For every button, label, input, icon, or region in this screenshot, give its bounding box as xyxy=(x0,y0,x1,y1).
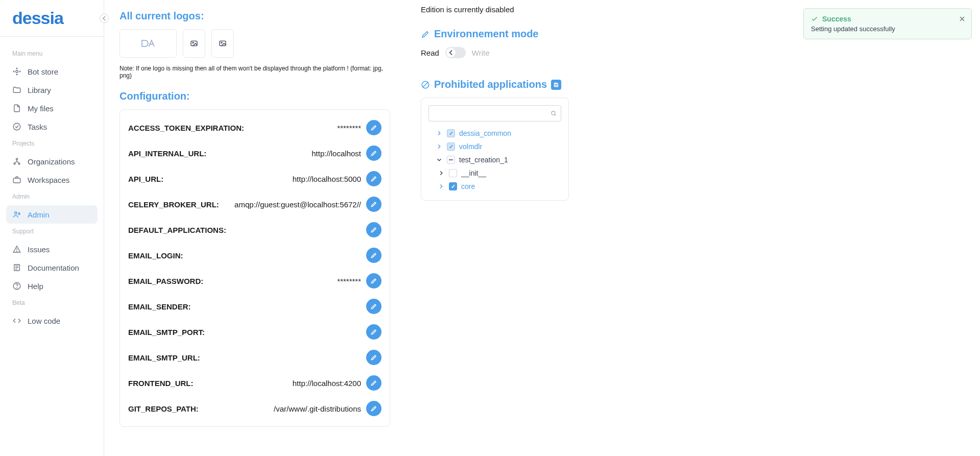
checkbox-dessia-common[interactable] xyxy=(447,129,455,137)
edit-button[interactable] xyxy=(366,171,381,186)
svg-rect-27 xyxy=(555,83,557,84)
tree-label[interactable]: dessia_common xyxy=(459,129,511,137)
toast-title: Success xyxy=(811,15,953,23)
chevron-right-icon[interactable] xyxy=(438,183,445,190)
chevron-right-icon[interactable] xyxy=(436,143,443,150)
image-placeholder-icon xyxy=(219,39,227,47)
svg-point-13 xyxy=(17,251,17,251)
logos-title: All current logos: xyxy=(119,10,390,22)
edit-button[interactable] xyxy=(366,401,381,416)
sidebar-item-admin[interactable]: Admin xyxy=(6,205,98,224)
config-row: FRONTEND_URL:http://localhost:4200 xyxy=(128,370,381,396)
sidebar-item-help[interactable]: Help xyxy=(6,277,98,295)
sidebar-item-label: Issues xyxy=(28,245,50,254)
config-key: CELERY_BROKER_URL: xyxy=(128,200,219,209)
edit-button[interactable] xyxy=(366,248,381,263)
config-key: API_URL: xyxy=(128,175,163,183)
sidebar: dessia Main menu Bot store Library My fi… xyxy=(0,0,104,456)
tree-label[interactable]: core xyxy=(461,182,475,190)
sidebar-item-issues[interactable]: Issues xyxy=(6,240,98,258)
edit-button[interactable] xyxy=(366,350,381,365)
config-row: CELERY_BROKER_URL:amqp://guest:guest@loc… xyxy=(128,191,381,217)
svg-point-8 xyxy=(18,163,20,164)
chevron-right-icon[interactable] xyxy=(438,170,445,177)
edit-button[interactable] xyxy=(366,375,381,391)
toast-close-button[interactable] xyxy=(958,15,966,23)
sidebar-item-library[interactable]: Library xyxy=(6,81,98,99)
edit-button[interactable] xyxy=(366,324,381,340)
svg-line-29 xyxy=(555,114,556,116)
org-icon xyxy=(12,157,21,166)
search-icon xyxy=(550,110,557,117)
chevron-right-icon[interactable] xyxy=(436,130,443,137)
sidebar-item-label: Workspaces xyxy=(28,176,69,184)
main: All current logos: Note: If one logo is … xyxy=(104,0,980,456)
sidebar-item-label: Tasks xyxy=(28,123,47,131)
config-row: EMAIL_SENDER: xyxy=(128,294,381,319)
env-mode-toggle[interactable] xyxy=(445,47,466,58)
config-value: http://localhost:5000 xyxy=(169,175,361,183)
nav-section-main: Main menu xyxy=(6,46,98,62)
da-icon xyxy=(140,38,156,49)
sidebar-item-workspaces[interactable]: Workspaces xyxy=(6,171,98,189)
logo-card-primary[interactable] xyxy=(119,29,177,58)
config-row: EMAIL_SMTP_PORT: xyxy=(128,319,381,345)
nav-section-support: Support xyxy=(6,224,98,240)
sidebar-item-bot-store[interactable]: Bot store xyxy=(6,62,98,81)
tree-row-test-creation: test_creation_1 xyxy=(428,153,561,166)
toggle-knob xyxy=(446,48,456,57)
checkbox-volmdlr[interactable] xyxy=(447,142,455,151)
nav-section-beta: Beta xyxy=(6,295,98,311)
warning-icon xyxy=(12,245,21,254)
tree-label[interactable]: volmdlr xyxy=(459,142,482,151)
config-key: ACCESS_TOKEN_EXPIRATION: xyxy=(128,124,244,132)
config-row: API_INTERNAL_URL:http://localhost xyxy=(128,140,381,166)
sidebar-item-tasks[interactable]: Tasks xyxy=(6,117,98,136)
sidebar-item-low-code[interactable]: Low code xyxy=(6,311,98,330)
config-key: DEFAULT_APPLICATIONS: xyxy=(128,226,226,234)
logo-card-secondary[interactable] xyxy=(183,29,205,58)
code-icon xyxy=(12,316,21,325)
checkbox-init[interactable] xyxy=(449,169,457,177)
svg-rect-9 xyxy=(13,178,20,183)
sidebar-item-label: My files xyxy=(28,104,54,113)
svg-point-21 xyxy=(193,42,194,43)
edit-button[interactable] xyxy=(366,120,381,135)
sidebar-item-documentation[interactable]: Documentation xyxy=(6,258,98,277)
config-key: EMAIL_SMTP_PORT: xyxy=(128,328,205,337)
config-value: ******** xyxy=(249,124,361,132)
tree-row-init: __init__ xyxy=(438,166,561,180)
config-key: FRONTEND_URL: xyxy=(128,379,194,388)
edit-button[interactable] xyxy=(366,299,381,314)
checkbox-core[interactable] xyxy=(449,182,457,190)
sidebar-item-organizations[interactable]: Organizations xyxy=(6,152,98,171)
edit-button[interactable] xyxy=(366,222,381,237)
tree-row-core: core xyxy=(438,180,561,193)
nav: Main menu Bot store Library My files Tas… xyxy=(0,37,104,456)
logos-note: Note: If one logo is missing then all of… xyxy=(119,65,390,79)
edit-button[interactable] xyxy=(366,197,381,212)
brand-logo: dessia xyxy=(12,8,63,28)
svg-point-28 xyxy=(552,111,555,115)
image-placeholder-icon xyxy=(190,39,198,47)
logo-card-tertiary[interactable] xyxy=(211,29,234,58)
edit-button[interactable] xyxy=(366,146,381,161)
config-value: /var/www/.git-distributions xyxy=(204,404,361,413)
left-column: All current logos: Note: If one logo is … xyxy=(104,0,405,456)
sidebar-item-label: Admin xyxy=(28,210,50,219)
tree-search-input[interactable] xyxy=(428,105,561,122)
logos-row xyxy=(119,29,390,58)
checkbox-test-creation[interactable] xyxy=(447,156,455,164)
tree-label[interactable]: test_creation_1 xyxy=(459,156,508,164)
save-lock-button[interactable] xyxy=(551,80,561,90)
svg-line-25 xyxy=(423,82,428,87)
edit-button[interactable] xyxy=(366,273,381,289)
chevron-down-icon[interactable] xyxy=(436,156,443,163)
config-row: ACCESS_TOKEN_EXPIRATION:******** xyxy=(128,115,381,140)
tree: dessia_common volmdlr test_creation_1 xyxy=(428,127,561,193)
config-row: GIT_REPOS_PATH:/var/www/.git-distributio… xyxy=(128,396,381,421)
sidebar-item-my-files[interactable]: My files xyxy=(6,99,98,117)
toast-success: Success Setting updated successfully xyxy=(803,8,972,39)
tree-label[interactable]: __init__ xyxy=(461,169,486,177)
prohibited-tree-panel: dessia_common volmdlr test_creation_1 xyxy=(421,98,569,201)
